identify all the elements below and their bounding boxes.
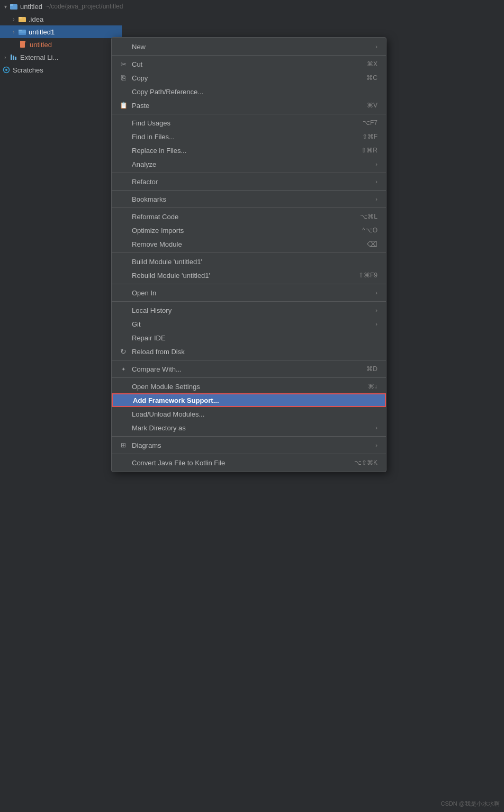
menu-label-repair-ide: Repair IDE [132,334,377,342]
menu-label-optimize-imports: Optimize Imports [132,227,362,234]
separator-2 [112,114,386,114]
menu-item-reformat-code[interactable]: Reformat Code ⌥⌘L [112,210,386,223]
separator-8 [112,301,386,302]
menu-label-reformat-code: Reformat Code [132,213,360,221]
reload-icon: ↻ [118,347,129,356]
menu-item-open-module-settings[interactable]: Open Module Settings ⌘↓ [112,380,386,393]
menu-item-git[interactable]: Git › [112,317,386,331]
scratches-icon [2,66,11,74]
separator-4 [112,190,386,191]
paste-shortcut: ⌘V [367,102,377,109]
menu-item-copy[interactable]: ⎘ Copy ⌘C [112,71,386,85]
module-icon-untitled1 [18,28,26,36]
menu-item-replace-in-files[interactable]: Replace in Files... ⇧⌘R [112,143,386,157]
folder-icon-idea [18,15,26,23]
new-arrow: › [375,43,377,50]
copy-shortcut: ⌘C [366,74,377,82]
menu-item-optimize-imports[interactable]: Optimize Imports ^⌥O [112,223,386,237]
sidebar-label-scratches: Scratches [13,66,43,74]
menu-label-find-usages: Find Usages [132,119,363,127]
svg-rect-10 [15,57,16,60]
expand-arrow-untitled: ▾ [2,3,8,10]
menu-item-rebuild-module[interactable]: Rebuild Module 'untitled1' ⇧⌘F9 [112,268,386,282]
project-sidebar: ▾ untitled ~/code/java_project/untitled … [0,0,122,812]
svg-point-12 [5,69,7,71]
menu-item-copy-path[interactable]: Copy Path/Reference... [112,85,386,98]
menu-label-git: Git [132,320,371,328]
local-history-arrow: › [375,307,377,313]
watermark: CSDN @我是小水水啊 [441,800,500,808]
menu-item-new[interactable]: New › [112,40,386,53]
sidebar-item-scratches[interactable]: Scratches [0,64,122,76]
menu-item-analyze[interactable]: Analyze › [112,157,386,171]
diagrams-icon: ⊞ [118,441,129,449]
find-files-shortcut: ⇧⌘F [362,133,377,140]
remove-module-shortcut: ⌫ [367,240,377,248]
sidebar-item-untitled-root[interactable]: ▾ untitled ~/code/java_project/untitled [0,0,122,13]
svg-rect-9 [13,56,14,60]
menu-item-cut[interactable]: ✂ Cut ⌘X [112,57,386,71]
menu-item-local-history[interactable]: Local History › [112,303,386,317]
expand-arrow-idea: › [11,16,17,22]
svg-rect-8 [11,55,12,60]
separator-9 [112,360,386,360]
analyze-arrow: › [375,161,377,167]
menu-item-find-usages[interactable]: Find Usages ⌥F7 [112,116,386,130]
replace-shortcut: ⇧⌘R [361,147,377,154]
mark-directory-arrow: › [375,425,377,431]
paste-icon: 📋 [118,102,129,109]
menu-item-add-framework-support[interactable]: Add Framework Support... [112,393,386,407]
menu-label-analyze: Analyze [132,160,371,168]
optimize-shortcut: ^⌥O [362,227,377,234]
menu-item-diagrams[interactable]: ⊞ Diagrams › [112,438,386,452]
menu-label-open-module-settings: Open Module Settings [132,383,368,391]
menu-item-reload-from-disk[interactable]: ↻ Reload from Disk [112,345,386,358]
find-usages-shortcut: ⌥F7 [363,119,377,127]
sidebar-item-external-libs[interactable]: › External Li... [0,51,122,64]
menu-item-paste[interactable]: 📋 Paste ⌘V [112,98,386,112]
svg-rect-5 [19,30,22,31]
sidebar-item-untitled1[interactable]: › untitled1 [0,25,122,38]
context-menu: New › ✂ Cut ⌘X ⎘ Copy ⌘C Copy Path/Refer… [111,37,386,472]
menu-item-load-unload-modules[interactable]: Load/Unload Modules... [112,407,386,421]
menu-label-find-in-files: Find in Files... [132,133,362,141]
menu-label-compare-with: Compare With... [132,365,366,373]
menu-item-open-in[interactable]: Open In › [112,286,386,300]
sidebar-label-idea: .idea [29,15,43,23]
git-arrow: › [375,321,377,327]
sidebar-item-idea[interactable]: › .idea [0,13,122,25]
separator-7 [112,284,386,284]
copy-icon: ⎘ [118,74,129,82]
menu-label-add-framework-support: Add Framework Support... [133,396,376,404]
menu-item-repair-ide[interactable]: Repair IDE [112,331,386,345]
refactor-arrow: › [375,178,377,185]
libs-icon [10,53,18,61]
menu-label-convert-java-kotlin: Convert Java File to Kotlin File [132,459,354,467]
menu-label-paste: Paste [132,102,367,110]
menu-item-refactor[interactable]: Refactor › [112,175,386,188]
menu-label-cut: Cut [132,60,367,68]
menu-item-remove-module[interactable]: Remove Module ⌫ [112,237,386,251]
menu-label-build-module: Build Module 'untitled1' [132,258,377,266]
expand-arrow-untitled1: › [11,29,17,35]
menu-label-load-unload-modules: Load/Unload Modules... [132,410,377,418]
menu-label-mark-directory-as: Mark Directory as [132,424,371,432]
rebuild-shortcut: ⇧⌘F9 [358,272,377,279]
diagrams-arrow: › [375,442,377,448]
menu-label-rebuild-module: Rebuild Module 'untitled1' [132,272,358,279]
reformat-shortcut: ⌥⌘L [360,213,377,220]
menu-item-build-module[interactable]: Build Module 'untitled1' [112,255,386,268]
menu-label-reload-from-disk: Reload from Disk [132,348,377,356]
svg-rect-6 [19,33,26,35]
menu-item-compare-with[interactable]: ✦ Compare With... ⌘D [112,362,386,376]
menu-item-bookmarks[interactable]: Bookmarks › [112,192,386,206]
separator-1 [112,55,386,56]
sidebar-item-untitled-file[interactable]: untitled [0,38,122,51]
svg-rect-7 [20,41,25,48]
folder-icon-untitled [10,2,18,11]
cut-shortcut: ⌘X [367,60,377,68]
menu-item-mark-directory-as[interactable]: Mark Directory as › [112,421,386,435]
menu-item-convert-java-kotlin[interactable]: Convert Java File to Kotlin File ⌥⇧⌘K [112,456,386,470]
menu-item-find-in-files[interactable]: Find in Files... ⇧⌘F [112,130,386,143]
sidebar-label-untitled-root: untitled [20,3,42,11]
